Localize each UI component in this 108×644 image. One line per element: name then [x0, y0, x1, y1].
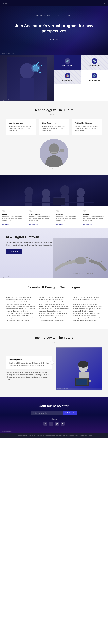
blockchain-label: BLOCKCHAIN	[62, 65, 73, 67]
ai-platform-content: AI & Digital Platform Duis aute irure do…	[6, 235, 55, 254]
youtube-icon[interactable]: ▶	[61, 422, 65, 426]
tech-future-section: Technology Of The Future Machine Learnin…	[0, 101, 108, 175]
tech-col-3-heading: Artificial Intelligence	[75, 122, 99, 124]
blockchain-icon: 🔗	[65, 58, 70, 64]
tech-future2-image: Image from Freepik	[56, 347, 102, 390]
tech-col-1: Machine Learning Sample text. Click to s…	[6, 119, 36, 134]
office-svg	[0, 175, 108, 206]
ai-platform-image: Human ↔ Robot Handshake Image from Freep…	[53, 238, 108, 278]
nav-reviews[interactable]: reviews	[57, 14, 62, 16]
simplicity-heading: Simplicity Is Key	[9, 359, 49, 361]
emerging-divider	[6, 290, 102, 292]
emerging-col-1: Sample text. Lorem ipsum dolor sit amet,…	[6, 296, 35, 322]
5g-icon: 📡	[92, 58, 97, 64]
svg-point-18	[24, 187, 33, 197]
feature-main-image: Image from Freepik	[0, 55, 54, 101]
dark-numbered-section: Image from Freepik 01 Future Sample text…	[0, 175, 108, 228]
googleplus-icon[interactable]: g+	[55, 422, 59, 426]
tech-person-svg	[7, 57, 47, 100]
tech-col-1-text: Sample text. Click to select the text. C…	[9, 125, 33, 132]
twitter-icon[interactable]: t	[49, 422, 53, 426]
card4-learn-more[interactable]: LEARN MORE	[83, 224, 92, 225]
tech-future-columns: Machine Learning Sample text. Click to s…	[6, 119, 102, 134]
follow-us-label: follow us	[6, 418, 102, 420]
nav-news[interactable]: news	[47, 14, 51, 16]
emerging-columns: Sample text. Lorem ipsum dolor sit amet,…	[6, 296, 102, 322]
svg-rect-19	[25, 196, 32, 206]
tf2-image-source: Image from Freepik	[57, 388, 69, 389]
tech-future-center-image: Image from Freepik	[6, 139, 102, 168]
card3-learn-more[interactable]: LEARN MORE	[56, 224, 65, 225]
emerging-col-2-text: Sample text. Lorem ipsum dolor sit amet,…	[39, 296, 69, 322]
tech-future2-text: Simplicity Is Key Sample text. Click to …	[6, 356, 52, 380]
automation-label: AUTOMATION	[89, 80, 100, 81]
tech-col-3-text: Sample text. Click to select the text. C…	[75, 125, 99, 132]
card4-text: Sample text. Click to select the text. C…	[83, 216, 106, 222]
card2-learn-more[interactable]: LEARN MORE	[29, 224, 38, 225]
nav-articles[interactable]: #future	[68, 14, 72, 16]
nav-about[interactable]: about us	[36, 14, 42, 16]
feature-image-bg	[0, 55, 54, 101]
svg-point-29	[75, 257, 86, 264]
svg-rect-38	[76, 379, 87, 384]
emerging-wave	[50, 290, 58, 292]
tech-future2-section: Technology Of The Future Simplicity Is K…	[0, 329, 108, 397]
emerging-col-2: Sample text. Lorem ipsum dolor sit amet,…	[39, 296, 69, 322]
nav-sep2: |	[53, 14, 54, 16]
card1-heading: Future	[2, 213, 25, 215]
features-grid: Image from Freepik 🔗 BLOCKCHAIN 📡 5G NET…	[0, 55, 108, 101]
feature-ai[interactable]: 🤖 AI PRODUCTS	[54, 70, 81, 84]
social-icons-row: f t g+ ▶	[6, 422, 102, 426]
svg-rect-2	[20, 78, 34, 100]
num-badge-3: 03	[56, 209, 79, 212]
feature-5g[interactable]: 📡 5G NETWORK	[81, 55, 108, 70]
ai-label: AI PRODUCTS	[62, 80, 73, 81]
svg-point-1	[20, 63, 34, 79]
dark-image-source: Image from Freepik	[96, 204, 107, 206]
emerging-tech-section: Essential 8 Emerging Technologies Sample…	[0, 278, 108, 329]
svg-point-20	[42, 189, 50, 198]
emerging-tech-title: Essential 8 Emerging Technologies	[6, 285, 102, 289]
newsletter-section: Join our newsletter NOTIFY US follow us …	[0, 397, 108, 433]
menu-icon[interactable]: ≡	[103, 2, 105, 5]
office-image: Image from Freepik	[0, 175, 108, 206]
svg-point-10	[39, 72, 41, 73]
tech-col-2-heading: Edge Computing	[42, 122, 66, 124]
emerging-col-3-text: Sample text. Lorem ipsum dolor sit amet,…	[73, 296, 102, 322]
emerging-col-3: Sample text. Lorem ipsum dolor sit amet,…	[73, 296, 102, 322]
feature-blockchain[interactable]: 🔗 BLOCKCHAIN	[54, 55, 81, 70]
num-badge-2: 02	[29, 209, 52, 212]
feature-automation[interactable]: ⚙️ AUTOMATION	[81, 70, 108, 84]
newsletter-email-input[interactable]	[31, 411, 63, 415]
card1-learn-more[interactable]: LEARN MORE	[2, 224, 11, 225]
tech-col-2-text: Sample text. Click to select the text. C…	[42, 125, 66, 132]
nav-sep1: |	[44, 14, 45, 16]
newsletter-submit-button[interactable]: NOTIFY US	[63, 411, 77, 415]
svg-rect-25	[77, 196, 84, 206]
card3-text: Sample text. Click to select the text. C…	[56, 216, 79, 222]
hero-title: Join Accenture's virtual program for new…	[12, 23, 96, 34]
svg-point-24	[77, 188, 85, 197]
card3-heading: Courses	[56, 213, 79, 215]
hero-cta-button[interactable]: LEARN MORE	[45, 37, 63, 41]
ai-platform-cta[interactable]: LEARN MORE	[6, 249, 22, 254]
svg-rect-16	[61, 149, 64, 152]
numbered-card-1: 01 Future Sample text. Click to select t…	[0, 206, 27, 228]
tech-col-1-heading: Machine Learning	[9, 122, 33, 124]
tech-future-image-source: Image from Freepik	[48, 168, 60, 170]
newsletter-form: NOTIFY US	[6, 411, 102, 415]
emerging-col-1-text: Sample text. Lorem ipsum dolor sit amet,…	[6, 296, 35, 322]
ai-section-source: Image from Freepik	[1, 276, 12, 278]
ai-icon: 🤖	[65, 73, 70, 78]
newsletter-title: Join our newsletter	[6, 404, 102, 408]
features-right-grid: 🔗 BLOCKCHAIN 📡 5G NETWORK 🤖 AI PRODUCTS …	[54, 55, 108, 84]
person-sitting-svg	[56, 347, 102, 390]
simplicity-box: Simplicity Is Key Sample text. Click to …	[6, 356, 52, 369]
facebook-icon[interactable]: f	[43, 422, 47, 426]
svg-text:Human ↔ Robot Handshake: Human ↔ Robot Handshake	[73, 272, 94, 274]
hero-image-source: Images from Freepik	[2, 53, 14, 54]
simplicity-arrow[interactable]: ›	[50, 361, 53, 364]
wave-divider	[50, 114, 58, 115]
ai-image-source: Image from Freepik	[96, 276, 107, 278]
num-badge-1: 01	[2, 209, 25, 212]
